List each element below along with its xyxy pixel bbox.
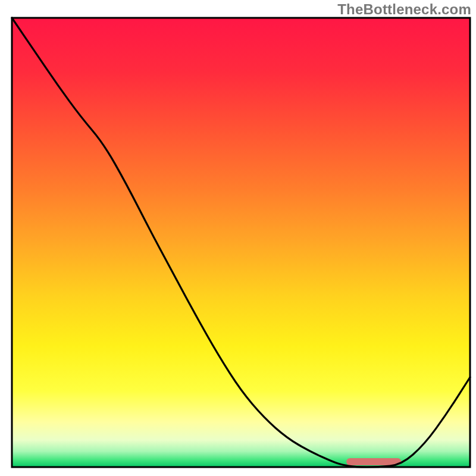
- chart-stage: TheBottleneck.com: [0, 0, 476, 476]
- bottleneck-chart: [0, 0, 476, 476]
- plot-background: [12, 18, 470, 467]
- optimal-bar: [346, 458, 401, 465]
- watermark-text: TheBottleneck.com: [337, 1, 471, 18]
